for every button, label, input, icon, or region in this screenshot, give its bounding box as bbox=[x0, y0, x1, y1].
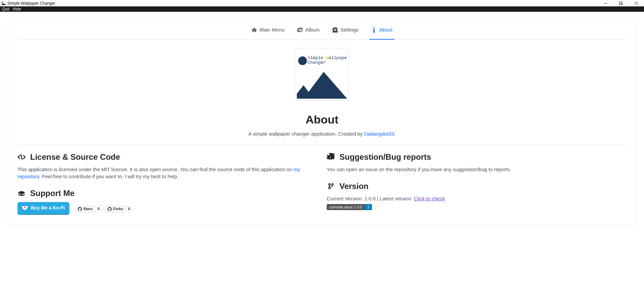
tab-about[interactable]: About bbox=[369, 20, 394, 40]
version-line: Current Version: 1.0.0 | Latest version:… bbox=[327, 195, 627, 202]
license-body: This application is licensed under the M… bbox=[17, 166, 317, 180]
kofi-button[interactable]: Buy Me a Ko-Fi bbox=[17, 202, 69, 214]
commits-badge[interactable]: commits since 1.0.0 2 bbox=[327, 204, 372, 210]
maximize-button[interactable] bbox=[613, 0, 629, 6]
bug-icon bbox=[327, 153, 335, 161]
suggestion-title: Suggestion/Bug reports bbox=[327, 152, 627, 162]
gear-icon bbox=[332, 27, 338, 33]
tab-nav: Main Menu Album Settings About bbox=[17, 20, 627, 40]
svg-marker-0 bbox=[1, 3, 6, 5]
donate-icon bbox=[17, 189, 25, 197]
title-left: Simple Wallpaper Changer bbox=[1, 1, 55, 6]
menu-hide[interactable]: Hide bbox=[13, 7, 21, 11]
version-title: Version bbox=[327, 182, 627, 191]
home-icon bbox=[252, 27, 257, 33]
github-icon bbox=[78, 207, 82, 211]
author-link[interactable]: Dadangdut33 bbox=[364, 131, 394, 137]
images-icon bbox=[297, 27, 303, 33]
info-icon bbox=[371, 27, 377, 33]
svg-point-1 bbox=[2, 1, 3, 3]
tab-settings[interactable]: Settings bbox=[330, 20, 361, 40]
branch-icon bbox=[327, 182, 335, 190]
svg-marker-7 bbox=[297, 72, 347, 99]
tab-label: Album bbox=[305, 27, 320, 33]
tab-label: Settings bbox=[340, 27, 359, 33]
divider bbox=[17, 145, 627, 145]
menu-bar: Quit Hide bbox=[0, 6, 644, 12]
code-icon bbox=[17, 153, 25, 161]
github-icon bbox=[108, 207, 112, 211]
support-body: Buy Me a Ko-Fi Stars 0 bbox=[17, 202, 317, 214]
app-icon bbox=[1, 1, 6, 6]
menu-quit[interactable]: Quit bbox=[2, 7, 9, 11]
kofi-cup-icon bbox=[22, 206, 28, 210]
support-title: Support Me bbox=[17, 189, 317, 198]
close-button[interactable] bbox=[629, 0, 644, 6]
content-card: Main Menu Album Settings About bbox=[9, 20, 635, 224]
tab-label: Main Menu bbox=[260, 27, 284, 33]
license-title: License & Source Code bbox=[17, 152, 317, 162]
github-stars-badge[interactable]: Stars 0 bbox=[75, 206, 103, 212]
minimize-button[interactable] bbox=[598, 0, 613, 6]
right-column: Suggestion/Bug reports You can open an i… bbox=[327, 152, 627, 214]
left-column: License & Source Code This application i… bbox=[17, 152, 317, 214]
svg-rect-3 bbox=[619, 2, 622, 4]
window-controls bbox=[598, 0, 644, 6]
columns: License & Source Code This application i… bbox=[17, 152, 627, 214]
kofi-label: Buy Me a Ko-Fi bbox=[31, 205, 65, 211]
title-bar: Simple Wallpaper Changer bbox=[0, 0, 644, 6]
page-title: About bbox=[17, 113, 627, 126]
page-wrap: Main Menu Album Settings About bbox=[0, 12, 644, 224]
tab-main-menu[interactable]: Main Menu bbox=[250, 20, 286, 40]
check-version-link[interactable]: Click to check bbox=[414, 196, 445, 201]
window-title: Simple Wallpaper Changer bbox=[7, 1, 55, 6]
svg-rect-4 bbox=[620, 2, 623, 4]
app-logo: Simple Wallpaper Changer bbox=[295, 48, 349, 100]
suggestion-body: You can open an issue on the repository … bbox=[327, 166, 627, 173]
github-forks-badge[interactable]: Forks 0 bbox=[105, 206, 133, 212]
tab-album[interactable]: Album bbox=[295, 20, 322, 40]
page-subtitle: A simple wallpaper changer application. … bbox=[17, 131, 627, 137]
tab-label: About bbox=[379, 27, 392, 33]
